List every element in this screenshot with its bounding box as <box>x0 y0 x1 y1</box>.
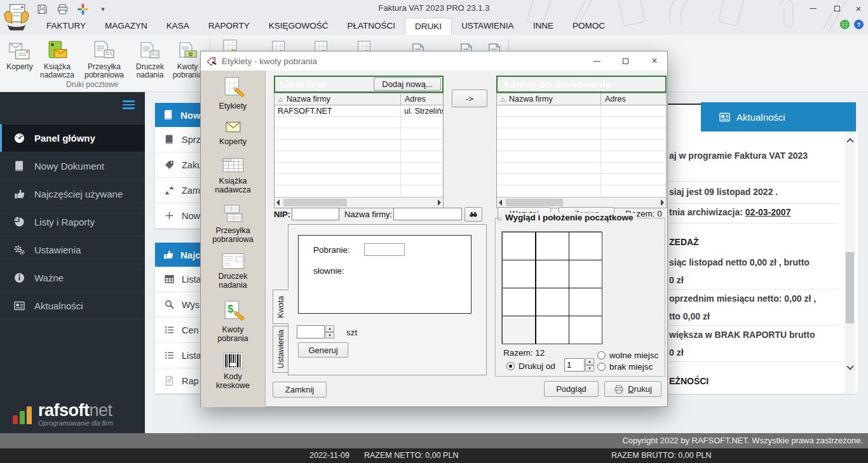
column-adres[interactable]: Adres <box>401 93 443 105</box>
brak-miejsc-radio[interactable]: brak miejsc <box>597 361 653 372</box>
grid-cell[interactable] <box>503 288 535 316</box>
pobranie-input[interactable] <box>364 243 405 256</box>
grid-cell[interactable] <box>536 316 569 344</box>
ribbon-kwoty-pobrania[interactable]: Kwoty pobrania <box>170 37 205 79</box>
sidebar-item-aktualnosci[interactable]: Aktualności <box>0 292 145 319</box>
scrollbar-thumb[interactable] <box>506 199 563 206</box>
sidebar-item-wazne[interactable]: Ważne <box>0 264 145 292</box>
scroll-right-icon[interactable] <box>438 199 441 206</box>
menu-pomoc[interactable]: POMOC <box>563 18 614 35</box>
szt-stepper[interactable]: ▲▼ <box>297 325 334 339</box>
dialog-nav-kody-kreskowe[interactable]: Kody kreskowe <box>201 349 265 398</box>
sidebar-item-nowy-dokument[interactable]: Nowy Dokument <box>0 152 145 180</box>
online-globe-icon[interactable] <box>839 19 850 32</box>
spin-up-icon[interactable]: ▲ <box>325 325 334 332</box>
lista-firm-table[interactable]: △ Nazwa firmy Adres RAFSOFT.NET ul. Strz… <box>274 93 444 208</box>
dialog-maximize-button[interactable] <box>615 53 635 69</box>
grid-cell[interactable] <box>503 316 535 344</box>
wolne-miejsc-radio[interactable]: wolne miejsc <box>597 349 658 361</box>
help-icon[interactable] <box>853 19 864 32</box>
podglad-button[interactable]: Podgląd <box>544 381 599 397</box>
scroll-right-icon[interactable] <box>661 199 664 206</box>
szt-input[interactable] <box>297 325 325 339</box>
radio-icon[interactable] <box>597 363 606 371</box>
column-nazwa-firmy[interactable]: △ Nazwa firmy <box>497 93 601 105</box>
spin-down-icon[interactable]: ▼ <box>325 332 334 339</box>
scroll-up-icon[interactable] <box>844 139 855 144</box>
drukuj-od-stepper[interactable]: ▲▼ <box>564 358 594 372</box>
move-to-print-button[interactable]: -> <box>452 90 487 107</box>
dialog-nav-druczek-nadania[interactable]: Druczek nadania <box>201 250 265 298</box>
grid-cell[interactable] <box>503 232 535 260</box>
nazwa-firmy-input[interactable] <box>393 208 462 220</box>
table-header[interactable]: △ Nazwa firmy Adres <box>275 93 443 105</box>
scroll-down-icon[interactable] <box>844 364 855 369</box>
scrollbar-thumb[interactable] <box>846 252 854 323</box>
ribbon-druczek-nadania[interactable]: Druczek nadania <box>131 37 169 79</box>
dialog-minimize-button[interactable] <box>587 53 607 69</box>
dialog-close-button[interactable]: × <box>644 53 665 69</box>
scroll-left-icon[interactable] <box>276 199 280 206</box>
horizontal-scrollbar[interactable] <box>275 197 443 208</box>
grid-cell[interactable] <box>569 316 602 344</box>
dialog-nav-przesylka-pobraniowa[interactable]: Przesyłka pobraniowa <box>201 201 265 250</box>
grid-cell[interactable] <box>536 288 569 316</box>
horizontal-scrollbar[interactable] <box>497 197 666 208</box>
grid-cell[interactable] <box>536 260 569 288</box>
menu-ustawienia[interactable]: USTAWIENIA <box>452 18 524 35</box>
sidebar-item-listy-i-raporty[interactable]: Listy i Raporty <box>0 208 145 236</box>
drukuj-od-radio[interactable]: Drukuj od <box>506 360 555 372</box>
close-button[interactable]: × <box>848 0 868 17</box>
menu-raporty[interactable]: RAPORTY <box>199 18 259 35</box>
sidebar-item-najczesciej-uzywane[interactable]: Najczęściej używane <box>0 180 145 208</box>
dialog-nav-etykiety[interactable]: Etykiety <box>201 74 265 116</box>
minimize-button[interactable] <box>802 0 824 17</box>
spin-up-icon[interactable]: ▲ <box>585 358 594 365</box>
news-scrollbar[interactable] <box>844 131 855 394</box>
nip-input[interactable] <box>292 208 339 220</box>
menu-magazyn[interactable]: MAGAZYN <box>95 18 157 35</box>
spin-down-icon[interactable]: ▼ <box>585 365 594 372</box>
column-adres[interactable]: Adres <box>601 93 666 105</box>
scrollbar-thumb[interactable] <box>283 199 347 206</box>
table-header[interactable]: △ Nazwa firmy Adres <box>497 93 666 105</box>
menu-ksiegowosc[interactable]: KSIĘGOWOŚĆ <box>259 18 338 35</box>
menu-faktury[interactable]: FAKTURY <box>37 18 95 35</box>
tab-aktualnosci[interactable]: Aktualności <box>701 102 856 131</box>
radio-selected-icon[interactable] <box>506 362 515 370</box>
dialog-nav-kwoty-pobrania[interactable]: Kwoty pobrania <box>201 298 265 349</box>
dodaj-nowa-button[interactable]: Dodaj nową... <box>374 77 441 91</box>
grid-cell[interactable] <box>569 288 602 316</box>
menu-inne[interactable]: INNE <box>524 18 563 35</box>
menu-druki[interactable]: DRUKI <box>405 18 452 35</box>
table-row[interactable]: RAFSOFT.NET ul. Strzelińska <box>275 105 443 117</box>
zamknij-button[interactable]: Zamknij <box>273 382 327 398</box>
sidebar-item-panel-glowny[interactable]: Panel główny <box>0 124 145 152</box>
grid-cell[interactable] <box>569 260 602 288</box>
dialog-nav-koperty[interactable]: Koperty <box>201 116 265 154</box>
archive-date-link[interactable]: 02-03-2007 <box>745 207 791 217</box>
ribbon-przesylka-pobraniowa[interactable]: Przesyłka pobraniowa <box>79 37 130 79</box>
sidebar-item-ustawienia[interactable]: Ustawienia <box>0 236 145 264</box>
column-nazwa-firmy[interactable]: △ Nazwa firmy <box>275 93 401 105</box>
menu-platnosci[interactable]: PŁATNOŚCI <box>338 18 405 35</box>
grid-cell[interactable] <box>536 232 569 260</box>
adresy-table[interactable]: △ Nazwa firmy Adres <box>496 93 667 208</box>
search-company-button[interactable] <box>465 207 482 222</box>
generuj-button[interactable]: Generuj <box>298 342 348 358</box>
drukuj-button[interactable]: Drukuj <box>604 381 661 397</box>
tab-ustawienia[interactable]: Ustawienia <box>273 326 288 373</box>
dialog-nav-ksiazka-nadawcza[interactable]: Książka nadawcza <box>201 154 265 201</box>
drukuj-od-input[interactable] <box>564 358 585 372</box>
ribbon-ksiazka-nadawcza[interactable]: Książka nadawcza <box>37 37 78 79</box>
grid-cell[interactable] <box>569 232 602 260</box>
tab-kwota[interactable]: Kwota <box>273 290 288 324</box>
radio-icon[interactable] <box>597 351 606 359</box>
grid-cell[interactable] <box>503 260 535 288</box>
menu-kasa[interactable]: KASA <box>157 18 199 35</box>
restore-button[interactable] <box>826 0 848 17</box>
label-position-grid[interactable] <box>502 232 602 344</box>
ribbon-koperty[interactable]: Koperty <box>4 37 36 71</box>
scroll-left-icon[interactable] <box>499 199 502 206</box>
hamburger-icon[interactable] <box>123 100 135 111</box>
